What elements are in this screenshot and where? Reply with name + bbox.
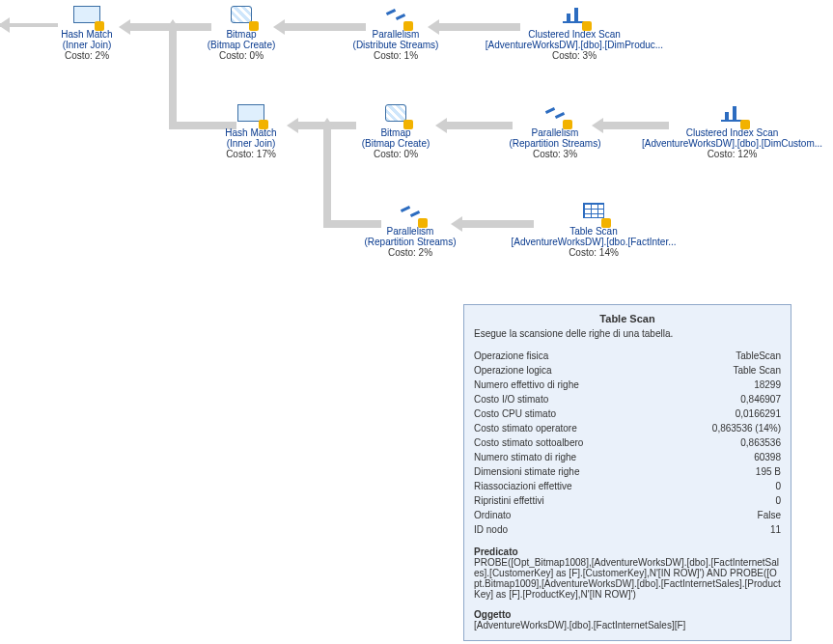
tooltip-property-label: Costo I/O stimato xyxy=(474,392,548,406)
plan-node-parallelism[interactable]: Parallelism (Distribute Streams) Costo: … xyxy=(328,6,463,61)
table-scan-icon xyxy=(580,203,607,224)
tooltip-property-label: Operazione fisica xyxy=(474,349,548,363)
arrow-head-up-icon xyxy=(165,19,180,31)
tooltip-property-label: Dimensioni stimate righe xyxy=(474,464,580,479)
node-title: Table Scan xyxy=(492,226,695,237)
tooltip-property-label: Costo stimato operatore xyxy=(474,421,577,435)
tooltip-properties: Operazione fisicaTableScanOperazione log… xyxy=(474,349,781,537)
tooltip-property-row: ID nodo11 xyxy=(474,522,781,537)
node-title: Hash Match xyxy=(29,29,145,40)
parallelism-icon xyxy=(397,203,424,224)
tooltip-property-value: 18299 xyxy=(754,378,781,392)
tooltip-property-value: 0 xyxy=(775,493,781,508)
tooltip-property-value: TableScan xyxy=(736,349,781,363)
tooltip-predicate-label: Predicato xyxy=(474,546,781,557)
node-cost: Costo: 3% xyxy=(483,149,627,159)
tooltip-property-label: Numero stimato di righe xyxy=(474,450,576,464)
node-subtitle: [AdventureWorksDW].[dbo.[FactInter... xyxy=(492,237,695,247)
tooltip-property-row: Dimensioni stimate righe195 B xyxy=(474,464,781,479)
node-subtitle: (Bitmap Create) xyxy=(338,138,454,149)
node-subtitle: (Inner Join) xyxy=(29,40,145,50)
tooltip-property-row: Costo stimato sottoalbero0,863536 xyxy=(474,435,781,450)
tooltip-predicate-text: PROBE([Opt_Bitmap1008],[AdventureWorksDW… xyxy=(474,557,781,600)
tooltip-property-label: Riassociazioni effettive xyxy=(474,479,572,493)
node-cost: Costo: 17% xyxy=(193,149,309,159)
node-subtitle: (Inner Join) xyxy=(193,138,309,149)
tooltip-title: Table Scan xyxy=(474,313,781,324)
node-title: Parallelism xyxy=(483,127,627,138)
plan-node-clustered-index-scan[interactable]: Clustered Index Scan [AdventureWorksDW].… xyxy=(633,104,831,159)
plan-node-bitmap[interactable]: Bitmap (Bitmap Create) Costo: 0% xyxy=(183,6,299,61)
arrow-head-left-icon xyxy=(0,17,10,33)
node-title: Parallelism xyxy=(328,29,463,40)
tooltip-property-label: Costo CPU stimato xyxy=(474,406,556,421)
tooltip-property-row: Operazione fisicaTableScan xyxy=(474,349,781,363)
clustered-index-scan-icon xyxy=(719,104,746,126)
tooltip-property-value: Table Scan xyxy=(734,363,781,378)
tooltip-property-row: Numero stimato di righe60398 xyxy=(474,450,781,464)
operator-tooltip: Table Scan Esegue la scansione delle rig… xyxy=(463,304,791,641)
node-title: Parallelism xyxy=(338,226,483,237)
node-cost: Costo: 3% xyxy=(473,50,676,61)
tooltip-property-row: OrdinatoFalse xyxy=(474,508,781,522)
node-title: Hash Match xyxy=(193,127,309,138)
plan-node-hash-match[interactable]: Hash Match (Inner Join) Costo: 2% xyxy=(29,6,145,61)
tooltip-property-label: Ordinato xyxy=(474,508,511,522)
node-subtitle: (Repartition Streams) xyxy=(338,237,483,247)
tooltip-property-value: 11 xyxy=(770,522,781,537)
tooltip-property-value: 0,846907 xyxy=(740,392,781,406)
tooltip-property-value: 195 B xyxy=(756,464,781,479)
node-cost: Costo: 2% xyxy=(29,50,145,61)
node-subtitle: [AdventureWorksDW].[dbo].[DimCustom... xyxy=(633,138,831,149)
parallelism-icon xyxy=(382,6,409,27)
tooltip-property-value: 0,0166291 xyxy=(736,406,781,421)
tooltip-property-row: Numero effettivo di righe18299 xyxy=(474,378,781,392)
tooltip-property-label: Ripristini effettivi xyxy=(474,493,544,508)
plan-node-hash-match[interactable]: Hash Match (Inner Join) Costo: 17% xyxy=(193,104,309,159)
node-title: Clustered Index Scan xyxy=(473,29,676,40)
tooltip-property-value: 60398 xyxy=(754,450,781,464)
node-title: Bitmap xyxy=(183,29,299,40)
node-cost: Costo: 1% xyxy=(328,50,463,61)
node-title: Clustered Index Scan xyxy=(633,127,831,138)
node-cost: Costo: 12% xyxy=(633,149,831,159)
tooltip-property-label: ID nodo xyxy=(474,522,508,537)
arrow xyxy=(169,27,177,129)
plan-node-bitmap[interactable]: Bitmap (Bitmap Create) Costo: 0% xyxy=(338,104,454,159)
node-title: Bitmap xyxy=(338,127,454,138)
node-cost: Costo: 0% xyxy=(183,50,299,61)
hash-match-icon xyxy=(237,104,264,126)
tooltip-property-value: False xyxy=(758,508,781,522)
tooltip-property-label: Numero effettivo di righe xyxy=(474,378,579,392)
tooltip-description: Esegue la scansione delle righe di una t… xyxy=(474,328,781,339)
node-cost: Costo: 14% xyxy=(492,247,695,258)
node-subtitle: (Repartition Streams) xyxy=(483,138,627,149)
tooltip-property-row: Operazione logicaTable Scan xyxy=(474,363,781,378)
arrow-head-up-icon xyxy=(319,118,335,129)
node-subtitle: [AdventureWorksDW].[dbo].[DimProduc... xyxy=(473,40,676,50)
plan-node-parallelism[interactable]: Parallelism (Repartition Streams) Costo:… xyxy=(338,203,483,258)
tooltip-property-label: Costo stimato sottoalbero xyxy=(474,435,583,450)
tooltip-property-value: 0 xyxy=(775,479,781,493)
plan-node-parallelism[interactable]: Parallelism (Repartition Streams) Costo:… xyxy=(483,104,627,159)
tooltip-property-row: Costo stimato operatore0,863536 (14%) xyxy=(474,421,781,435)
node-subtitle: (Bitmap Create) xyxy=(183,40,299,50)
tooltip-property-row: Costo I/O stimato0,846907 xyxy=(474,392,781,406)
tooltip-property-value: 0,863536 xyxy=(740,435,781,450)
plan-node-clustered-index-scan[interactable]: Clustered Index Scan [AdventureWorksDW].… xyxy=(473,6,676,61)
tooltip-object-label: Oggetto xyxy=(474,609,781,620)
tooltip-property-label: Operazione logica xyxy=(474,363,552,378)
bitmap-icon xyxy=(228,6,255,27)
clustered-index-scan-icon xyxy=(561,6,588,27)
hash-match-icon xyxy=(73,6,100,27)
arrow xyxy=(323,126,331,228)
tooltip-property-row: Ripristini effettivi0 xyxy=(474,493,781,508)
node-cost: Costo: 2% xyxy=(338,247,483,258)
tooltip-object-text: [AdventureWorksDW].[dbo].[FactInternetSa… xyxy=(474,620,781,630)
node-cost: Costo: 0% xyxy=(338,149,454,159)
plan-node-table-scan[interactable]: Table Scan [AdventureWorksDW].[dbo.[Fact… xyxy=(492,203,695,258)
tooltip-property-row: Riassociazioni effettive0 xyxy=(474,479,781,493)
tooltip-property-value: 0,863536 (14%) xyxy=(712,421,781,435)
parallelism-icon xyxy=(541,104,569,126)
node-subtitle: (Distribute Streams) xyxy=(328,40,463,50)
